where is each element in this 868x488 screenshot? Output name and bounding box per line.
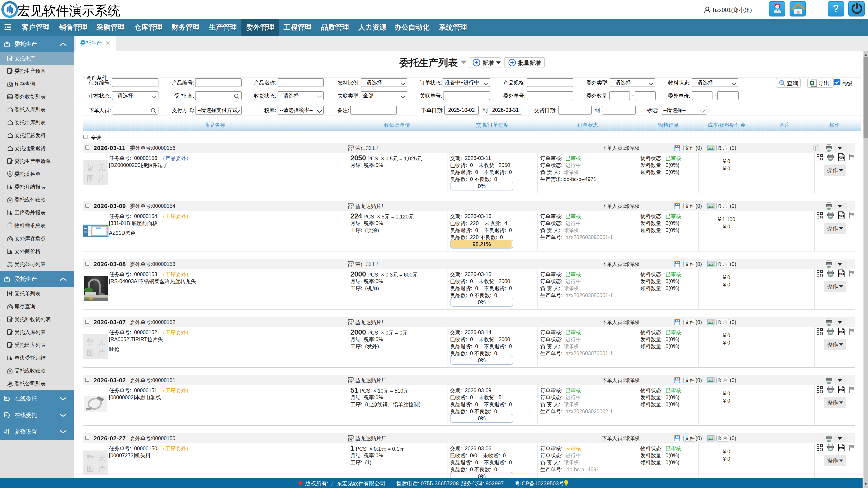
svg-text:LOG: LOG xyxy=(839,389,843,391)
svg-text:X: X xyxy=(811,81,813,85)
svg-text:LOG: LOG xyxy=(839,215,843,217)
svg-text:LOG: LOG xyxy=(839,157,843,159)
svg-text:LOG: LOG xyxy=(839,331,843,333)
svg-text:¥: ¥ xyxy=(9,369,11,373)
svg-text:LOG: LOG xyxy=(839,273,843,275)
svg-text:检: 检 xyxy=(8,173,11,175)
svg-text:LOG: LOG xyxy=(839,447,843,449)
svg-text:¥: ¥ xyxy=(9,199,11,202)
